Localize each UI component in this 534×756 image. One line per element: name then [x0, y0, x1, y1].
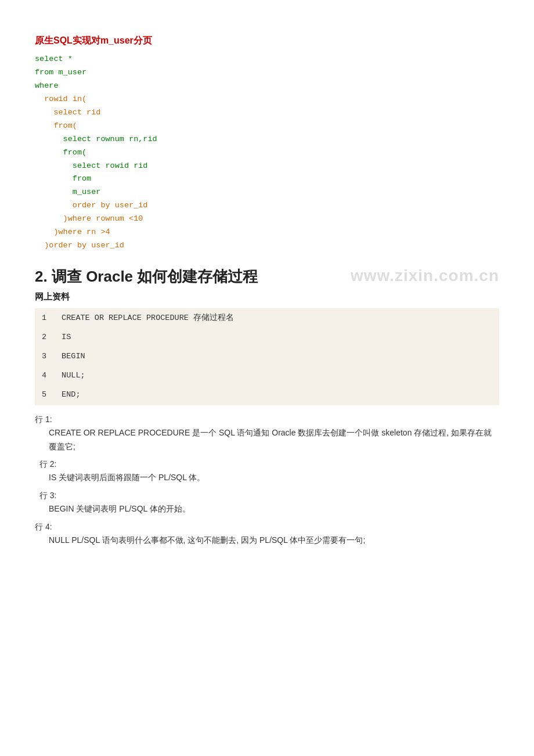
explain-label-3: 行 3:: [35, 491, 499, 501]
sql-line-2: from m_user: [35, 68, 86, 77]
section2-heading-text: 2. 调查 Oracle 如何创建存储过程: [35, 268, 258, 285]
line-number-5: 5: [36, 386, 55, 404]
explain-content-1: CREATE OR REPLACE PROCEDURE 是一个 SQL 语句通知…: [49, 426, 499, 454]
sql-line-10: from: [35, 174, 91, 183]
code-cell-4: NULL;: [56, 367, 498, 385]
section1: 原生SQL实现对m_user分页 select * from m_user wh…: [35, 35, 499, 253]
explanation-row3: 行 3: BEGIN 关键词表明 PL/SQL 体的开始。: [35, 491, 499, 516]
explanation-row4: 行 4: NULL PL/SQL 语句表明什么事都不做, 这句不能删去, 因为 …: [35, 522, 499, 548]
sql-line-3: where: [35, 81, 59, 90]
explain-content-4: NULL PL/SQL 语句表明什么事都不做, 这句不能删去, 因为 PL/SQ…: [49, 534, 499, 548]
section2: 2. 调查 Oracle 如何创建存储过程 www.zixin.com.cn 网…: [35, 267, 499, 548]
explain-label-2: 行 2:: [35, 459, 499, 470]
line-number-3: 3: [36, 348, 55, 366]
code-row-3: 3 BEGIN: [36, 348, 498, 366]
sql-line-5: select rid: [35, 108, 100, 117]
code-cell-3: BEGIN: [56, 348, 498, 366]
explain-label-4: 行 4:: [35, 522, 499, 532]
sql-line-4: rowid in(: [35, 95, 86, 103]
sql-line-8: from(: [35, 148, 86, 157]
line-number-1: 1: [36, 309, 55, 327]
sql-line-15: )order by user_id: [35, 241, 124, 250]
sql-line-13: )where rownum <10: [35, 214, 143, 223]
sql-line-11: m_user: [35, 188, 100, 196]
explanation-row1: 行 1: CREATE OR REPLACE PROCEDURE 是一个 SQL…: [35, 415, 499, 454]
code-row-2: 2 IS: [36, 329, 498, 347]
sql-line-9: select rowid rid: [35, 161, 147, 170]
section2-heading-container: 2. 调查 Oracle 如何创建存储过程 www.zixin.com.cn: [35, 267, 499, 287]
code-row-1: 1 CREATE OR REPLACE PROCEDURE 存储过程名: [36, 309, 498, 327]
explanation-row2: 行 2: IS 关键词表明后面将跟随一个 PL/SQL 体。: [35, 459, 499, 485]
code-cell-2: IS: [56, 329, 498, 347]
code-row-5: 5 END;: [36, 386, 498, 404]
code-row-4: 4 NULL;: [36, 367, 498, 385]
sql-line-12: order by user_id: [35, 201, 147, 210]
line-number-2: 2: [36, 329, 55, 347]
code-cell-5: END;: [56, 386, 498, 404]
subsection-title: 网上资料: [35, 291, 499, 303]
sql-line-7: select rownum rn,rid: [35, 135, 157, 143]
code-cell-1: CREATE OR REPLACE PROCEDURE 存储过程名: [56, 309, 498, 327]
sql-line-14: )where rn >4: [35, 228, 110, 236]
line-number-4: 4: [36, 367, 55, 385]
sql-code-block: select * from m_user where rowid in( sel…: [35, 53, 499, 253]
explain-content-2: IS 关键词表明后面将跟随一个 PL/SQL 体。: [49, 471, 499, 485]
sql-line-1: select *: [35, 55, 73, 63]
explain-label-1: 行 1:: [35, 415, 499, 425]
explain-content-3: BEGIN 关键词表明 PL/SQL 体的开始。: [49, 502, 499, 516]
sql-line-6: from(: [35, 121, 77, 130]
watermark: www.zixin.com.cn: [351, 267, 499, 285]
procedure-code-table: 1 CREATE OR REPLACE PROCEDURE 存储过程名 2 IS…: [35, 308, 499, 405]
section1-title: 原生SQL实现对m_user分页: [35, 35, 499, 47]
